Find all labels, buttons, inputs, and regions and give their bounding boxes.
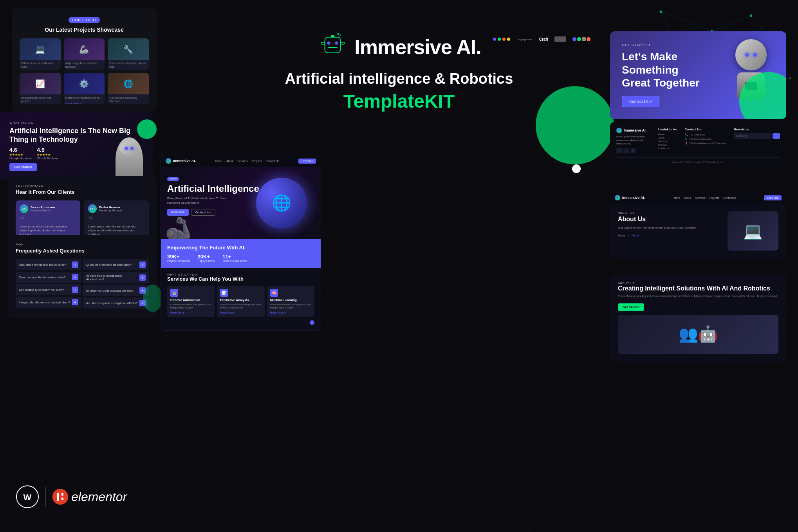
star-rating: ★★★★★ — [9, 153, 32, 157]
service-link[interactable]: Read More > — [270, 311, 311, 314]
nav-home[interactable]: Home — [215, 160, 222, 162]
svg-rect-32 — [61, 493, 63, 496]
nav-services[interactable]: Services — [237, 160, 248, 162]
service-link[interactable]: Read More > — [170, 311, 211, 314]
ai-globe-graphic: 🌐 — [256, 178, 307, 229]
testimonial-text: Lorem ipsum dolor sit amet consectetur a… — [20, 225, 76, 236]
nav-about[interactable]: About — [684, 197, 691, 199]
faq-item[interactable]: At vero eos et accusamus dignissimos? + — [83, 272, 149, 283]
services-what: WHAT WE CAN DO — [167, 273, 314, 276]
about-logo-text: Immersive AI. — [622, 196, 645, 200]
emp-stat-num: 11+ — [222, 254, 247, 260]
faq-item[interactable]: Quad vel architecto beatae vitae? + — [16, 272, 81, 283]
faq-toggle[interactable]: + — [139, 274, 146, 281]
nav-contact[interactable]: Contact Us — [265, 160, 279, 162]
footer-logo-row: Immersive AI. — [616, 128, 650, 133]
about-section: Immersive AI. Home About Services Projec… — [610, 192, 786, 258]
elementor-icon — [52, 489, 68, 505]
about-title: About Us — [618, 216, 721, 223]
emp-stat-num: 39K+ — [167, 254, 190, 260]
service-icon: 🧠 — [270, 289, 278, 297]
newsletter-subscribe-button[interactable]: → — [773, 133, 780, 139]
faq-item[interactable]: Ac ullam corporis suscipit vel officiis?… — [83, 298, 149, 308]
services-grid: 🤖 Robotic Automation Fusce mi sem malesu… — [167, 286, 314, 317]
get-started-button[interactable]: Get Started — [9, 163, 37, 171]
creating-get-started-button[interactable]: Get Started — [618, 303, 644, 311]
service-icon: 🤖 — [170, 289, 178, 297]
footer-logo-col: Immersive AI. Lorem ipsum dolor sit amet… — [616, 128, 650, 153]
faq-item[interactable]: Et ullam corporis suscipit vel eum? + — [83, 285, 149, 296]
brand-tagline2: TemplateKIT — [285, 90, 513, 112]
services-section: WHAT WE CAN DO Services We Can Help You … — [161, 268, 321, 330]
elementor-logo: elementor — [52, 489, 127, 505]
footer-contact-title: Contact Us — [685, 128, 726, 131]
nav-services[interactable]: Services — [695, 197, 706, 199]
empowering-stats: 39K+ Project Completed 20K+ Happy Client… — [167, 254, 314, 262]
phone-number: +12 3456 5234 — [690, 133, 705, 136]
about-nav-cta[interactable]: Let's Talk — [764, 195, 782, 200]
faq-item[interactable]: Integer blandit sem consequat diam? + — [16, 297, 81, 308]
stat-label: Clutch Reviews — [37, 157, 58, 160]
faq-item[interactable]: Quasi et architecto beatae vitae? + — [83, 259, 149, 270]
nav-home[interactable]: Home — [673, 197, 680, 199]
service-link[interactable]: Read More > — [220, 311, 261, 314]
service-card: 🧠 Machine Learning Fusce mi sem malesuad… — [267, 286, 314, 317]
facebook-icon[interactable]: f — [616, 148, 622, 153]
testimonial-card: JA Jason Anderson Creative Director ❝ Lo… — [16, 200, 80, 240]
mockup-cta-button[interactable]: Let's Talk — [298, 159, 316, 164]
svg-rect-19 — [328, 47, 337, 48]
footer-logo-text: Immersive AI. — [624, 128, 646, 132]
faq-title: Frequently Asked Questions — [16, 248, 149, 254]
brand-icon — [317, 31, 348, 63]
breadcrumb-home[interactable]: Home — [618, 234, 625, 237]
cta-section: GET STARTED Let's Make Something Great T… — [610, 31, 786, 169]
newsletter-input[interactable] — [734, 133, 771, 139]
footer-link[interactable]: About — [658, 137, 677, 139]
faq-question: Ardu unde omnis iste natus error? — [19, 263, 72, 267]
nav-contact[interactable]: Contact us — [723, 197, 736, 199]
brand-divider — [45, 487, 46, 507]
author-role: Creative Director — [31, 209, 55, 212]
cta-contact-button[interactable]: Contact Us > — [622, 96, 659, 107]
about-badge: ABOUT US — [618, 211, 721, 214]
faq-badge: FAQ — [16, 243, 149, 246]
testimonial-card: PH Pedro Herrera Marketing Manager ❝ Lor… — [84, 200, 149, 240]
svg-text:W: W — [23, 492, 32, 502]
linkedin-icon[interactable]: in — [630, 148, 636, 153]
svg-rect-26 — [341, 37, 342, 38]
faq-grid: Ardu unde omnis iste natus error? + Quad… — [16, 259, 149, 310]
faq-item[interactable]: Ardu unde omnis iste natus error? + — [16, 259, 81, 270]
portfolio-item-desc: Adipiscing elit some other project — [21, 96, 59, 103]
breadcrumb-current: About — [632, 234, 639, 237]
service-desc: Fusce mi sem malesuada gravida vitae tri… — [270, 303, 311, 310]
footer-links-list: Home About Services Projects Contact us — [658, 133, 677, 150]
portfolio-item-link[interactable]: Read More > — [65, 103, 81, 104]
email-address: info@immersive.com — [690, 138, 711, 140]
portfolio-item-desc: Consectetur adipiscing interdum — [109, 96, 147, 103]
faq-question: Et ullam corporis suscipit vel eum? — [86, 289, 139, 292]
svg-line-0 — [661, 12, 712, 31]
nav-about[interactable]: About — [226, 160, 233, 162]
portfolio-item-desc: Officia deserunt mulla anim nulla — [21, 61, 59, 69]
faq-toggle[interactable]: + — [72, 299, 78, 305]
nav-projects[interactable]: Projects — [252, 160, 262, 162]
quote-mark: ❝ — [20, 215, 76, 225]
service-desc: Fusce mi sem malesuada gravida vitae tri… — [170, 303, 211, 310]
nav-projects[interactable]: Projects — [710, 197, 719, 199]
footer-link[interactable]: Contact us — [658, 147, 677, 150]
faq-toggle[interactable]: + — [72, 287, 78, 293]
twitter-icon[interactable]: t — [623, 148, 629, 153]
faq-toggle[interactable]: + — [72, 274, 78, 280]
footer-link[interactable]: Services — [658, 140, 677, 142]
footer-link[interactable]: Projects — [658, 144, 677, 146]
stat-item: 4.6 ★★★★★ Google Reviews — [9, 147, 32, 160]
read-more-button[interactable]: Read More — [167, 209, 189, 216]
svg-rect-25 — [338, 36, 339, 37]
empowering-title: Empowering The Future With AI. — [167, 245, 314, 251]
faq-toggle[interactable]: + — [139, 261, 146, 268]
contact-us-button[interactable]: Contact Us > — [191, 209, 216, 216]
faq-toggle[interactable]: + — [72, 261, 78, 268]
faq-item[interactable]: Sed lacinia quis autem vel eum? + — [16, 284, 81, 295]
footer-link[interactable]: Home — [658, 133, 677, 135]
footer-divider — [616, 157, 780, 158]
